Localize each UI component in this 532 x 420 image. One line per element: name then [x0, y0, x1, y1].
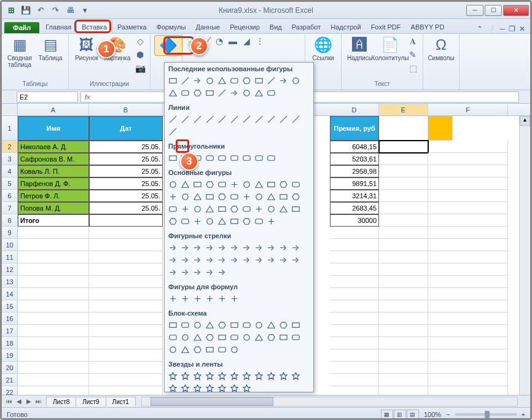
minimize-button[interactable]: ─: [466, 5, 483, 16]
shape-item[interactable]: [253, 254, 265, 266]
shape-item[interactable]: [204, 242, 216, 254]
shape-item[interactable]: [278, 203, 289, 215]
tab-foxit[interactable]: Foxit PDF: [366, 21, 406, 33]
shape-item[interactable]: [204, 319, 216, 331]
shape-item[interactable]: [241, 254, 252, 266]
shape-item[interactable]: [204, 293, 216, 305]
shape-item[interactable]: [290, 179, 302, 190]
shape-item[interactable]: [265, 332, 277, 343]
shape-item[interactable]: [179, 254, 191, 266]
shape-item[interactable]: [167, 191, 179, 203]
cell-date[interactable]: 25.05.: [89, 202, 163, 214]
shape-item[interactable]: [229, 114, 240, 125]
page-break-icon[interactable]: ▤: [407, 410, 419, 419]
shape-item[interactable]: [204, 87, 216, 99]
shape-item[interactable]: [204, 152, 216, 164]
picture-button[interactable]: 🖼 Рисунок: [72, 35, 101, 74]
shape-item[interactable]: [167, 152, 179, 164]
shape-item[interactable]: [204, 332, 216, 343]
shape-item[interactable]: [192, 383, 203, 392]
shape-item[interactable]: [229, 242, 240, 254]
row-header[interactable]: 12: [2, 263, 18, 276]
header-premium[interactable]: Премия, руб: [330, 116, 379, 141]
row-header[interactable]: 22: [2, 386, 18, 395]
shape-item[interactable]: [167, 293, 179, 305]
cell-e[interactable]: [379, 153, 428, 165]
shape-item[interactable]: [241, 203, 252, 215]
cell-name[interactable]: Парфенов Д. Ф.: [18, 177, 89, 190]
shape-item[interactable]: [241, 179, 252, 190]
cell-premium[interactable]: 9891,51: [330, 177, 379, 190]
qat-more-icon[interactable]: ▾: [78, 4, 92, 17]
save-icon[interactable]: 💾: [19, 4, 33, 17]
print-icon[interactable]: 🖶: [63, 4, 77, 17]
close-button[interactable]: ✕: [503, 5, 529, 16]
shape-item[interactable]: [216, 332, 228, 343]
shape-item[interactable]: [167, 254, 179, 266]
shape-item[interactable]: [179, 344, 191, 356]
shape-item[interactable]: [229, 332, 240, 343]
tab-abbyy[interactable]: ABBYY PD: [406, 21, 450, 33]
tab-formulas[interactable]: Формулы: [152, 21, 191, 33]
scroll-up-icon[interactable]: ▲: [520, 116, 530, 126]
row-header[interactable]: 16: [2, 313, 18, 325]
normal-view-icon[interactable]: ▦: [381, 410, 393, 419]
shape-item[interactable]: [253, 242, 265, 254]
row-header[interactable]: 14: [2, 288, 18, 300]
row-header[interactable]: 7: [2, 202, 18, 214]
header-date[interactable]: Дат: [89, 116, 163, 141]
cell-e[interactable]: [379, 190, 428, 202]
shape-item[interactable]: [216, 152, 228, 164]
horizontal-scrollbar[interactable]: [141, 397, 518, 406]
doc-restore-icon[interactable]: ❐: [509, 25, 515, 33]
shape-item[interactable]: [216, 216, 228, 227]
doc-min-icon[interactable]: ─: [499, 25, 505, 33]
shape-item[interactable]: [216, 266, 228, 278]
table-button[interactable]: ▤ Таблица: [36, 35, 65, 68]
shape-item[interactable]: [278, 242, 289, 254]
shape-item[interactable]: [204, 179, 216, 190]
shape-item[interactable]: [241, 152, 252, 164]
shapes-small-icon[interactable]: ◇: [134, 35, 146, 47]
shape-item[interactable]: [167, 319, 179, 331]
shape-item[interactable]: [265, 87, 277, 99]
shape-item[interactable]: [204, 266, 216, 278]
shape-item[interactable]: [229, 370, 240, 382]
shape-item[interactable]: [179, 87, 191, 99]
shape-item[interactable]: [253, 114, 265, 125]
row-header[interactable]: 17: [2, 325, 18, 337]
shape-item[interactable]: [278, 114, 289, 125]
page-layout-icon[interactable]: ▥: [394, 410, 406, 419]
shape-item[interactable]: [192, 216, 203, 227]
shape-item[interactable]: [204, 383, 216, 392]
shape-item[interactable]: [204, 344, 216, 356]
shape-item[interactable]: [179, 203, 191, 215]
cell-name[interactable]: Коваль Л. П.: [18, 165, 89, 177]
cell-premium[interactable]: 2683,45: [330, 202, 379, 214]
undo-icon[interactable]: ↶: [34, 4, 47, 17]
shape-item[interactable]: [167, 179, 179, 190]
shape-item[interactable]: [192, 293, 203, 305]
shape-item[interactable]: [290, 370, 302, 382]
sheet-prev-icon[interactable]: ◀: [14, 398, 24, 405]
tab-developer[interactable]: Разработ: [287, 21, 326, 33]
zoom-in-icon[interactable]: +: [522, 411, 525, 418]
shape-item[interactable]: [167, 344, 179, 356]
shape-item[interactable]: [265, 242, 277, 254]
shape-item[interactable]: [204, 203, 216, 215]
shape-item[interactable]: [216, 75, 228, 87]
cell-e[interactable]: [379, 177, 428, 190]
shape-item[interactable]: [265, 114, 277, 125]
shape-item[interactable]: [167, 75, 179, 87]
shape-item[interactable]: [241, 191, 252, 203]
sheet-first-icon[interactable]: ⏮: [4, 398, 14, 405]
shape-item[interactable]: [229, 75, 240, 87]
shape-item[interactable]: [229, 319, 240, 331]
shape-item[interactable]: [229, 344, 240, 356]
shape-item[interactable]: [278, 319, 289, 331]
col-a[interactable]: A: [18, 104, 89, 115]
sheet-tab-8[interactable]: Лист8: [46, 397, 76, 406]
shape-item[interactable]: [253, 179, 265, 190]
tab-review[interactable]: Рецензир: [225, 21, 265, 33]
col-d[interactable]: D: [330, 104, 379, 115]
